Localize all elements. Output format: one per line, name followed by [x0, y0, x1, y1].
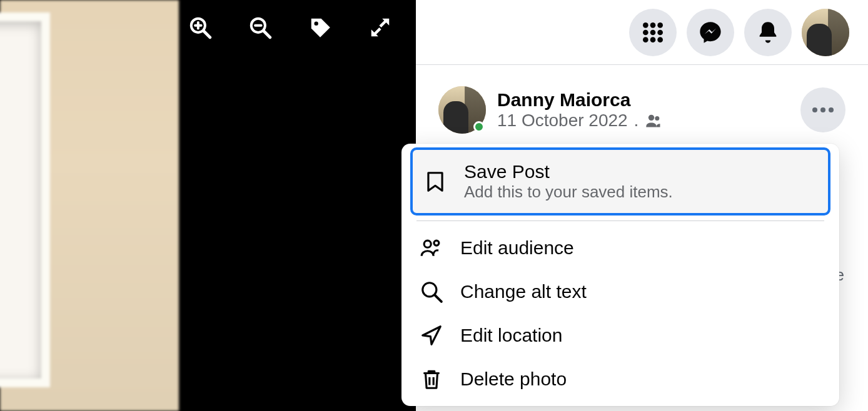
- menu-save-post[interactable]: Save Post Add this to your saved items.: [410, 147, 830, 215]
- svg-point-11: [643, 29, 648, 35]
- svg-point-21: [829, 107, 834, 112]
- menu-save-subtitle: Add this to your saved items.: [464, 182, 673, 202]
- svg-point-10: [657, 22, 663, 28]
- separator: .: [634, 111, 639, 131]
- menu-change-alt-label: Change alt text: [460, 281, 587, 302]
- bell-icon: [755, 20, 780, 45]
- menu-separator: [416, 220, 824, 221]
- svg-point-16: [657, 37, 663, 42]
- svg-point-8: [643, 22, 648, 28]
- menu-change-alt-text[interactable]: Change alt text: [410, 270, 830, 314]
- svg-point-23: [434, 240, 439, 245]
- apps-button[interactable]: [629, 9, 677, 56]
- menu-edit-location[interactable]: Edit location: [410, 314, 830, 357]
- tag-icon: [308, 16, 332, 39]
- svg-point-12: [650, 29, 656, 35]
- profile-avatar[interactable]: [802, 9, 849, 56]
- author-name[interactable]: Danny Maiorca: [497, 89, 662, 111]
- messenger-icon: [698, 20, 723, 45]
- svg-point-18: [655, 116, 660, 121]
- svg-line-5: [264, 31, 270, 37]
- post-options-menu: Save Post Add this to your saved items. …: [401, 144, 839, 406]
- topbar: [416, 0, 868, 65]
- menu-save-title: Save Post: [464, 161, 673, 182]
- friends-audience-icon: [645, 112, 662, 129]
- menu-delete-photo[interactable]: Delete photo: [410, 357, 830, 401]
- menu-edit-audience[interactable]: Edit audience: [410, 226, 830, 270]
- svg-point-15: [650, 37, 656, 42]
- svg-point-9: [650, 22, 656, 28]
- messenger-button[interactable]: [687, 9, 734, 56]
- trash-icon: [420, 367, 443, 391]
- photo-frame: [0, 12, 50, 387]
- more-icon: [812, 107, 834, 113]
- zoom-out-button[interactable]: [245, 12, 275, 42]
- svg-point-13: [657, 29, 663, 35]
- zoom-in-button[interactable]: [185, 12, 215, 42]
- photo: [0, 0, 179, 411]
- search-icon: [420, 280, 443, 304]
- svg-point-20: [820, 107, 825, 112]
- author-avatar-wrap[interactable]: [438, 86, 486, 134]
- svg-line-25: [435, 295, 442, 302]
- audience-icon: [420, 236, 443, 260]
- svg-point-14: [643, 37, 648, 42]
- svg-point-7: [315, 22, 318, 26]
- zoom-out-icon: [248, 16, 272, 39]
- svg-point-19: [812, 107, 817, 112]
- menu-edit-audience-label: Edit audience: [460, 237, 574, 259]
- zoom-in-icon: [188, 16, 212, 39]
- post-header: Danny Maiorca 11 October 2022 .: [416, 65, 868, 140]
- fullscreen-icon: [368, 16, 392, 39]
- photo-viewer: [0, 0, 416, 411]
- post-date[interactable]: 11 October 2022: [497, 111, 628, 131]
- location-arrow-icon: [420, 324, 443, 347]
- svg-point-22: [424, 240, 431, 247]
- post-meta: Danny Maiorca 11 October 2022 .: [497, 89, 662, 131]
- bookmark-icon: [423, 170, 447, 194]
- viewer-toolbar: [179, 12, 395, 42]
- more-options-button[interactable]: [800, 87, 845, 132]
- right-panel: Danny Maiorca 11 October 2022 . e Save P…: [416, 0, 868, 411]
- fullscreen-button[interactable]: [365, 12, 395, 42]
- tag-button[interactable]: [305, 12, 335, 42]
- svg-point-17: [648, 115, 654, 121]
- menu-edit-location-label: Edit location: [460, 325, 562, 346]
- notifications-button[interactable]: [744, 9, 792, 56]
- menu-delete-photo-label: Delete photo: [460, 369, 567, 390]
- svg-line-1: [204, 31, 210, 37]
- menu-grid-icon: [640, 20, 665, 45]
- online-status-dot: [473, 121, 485, 132]
